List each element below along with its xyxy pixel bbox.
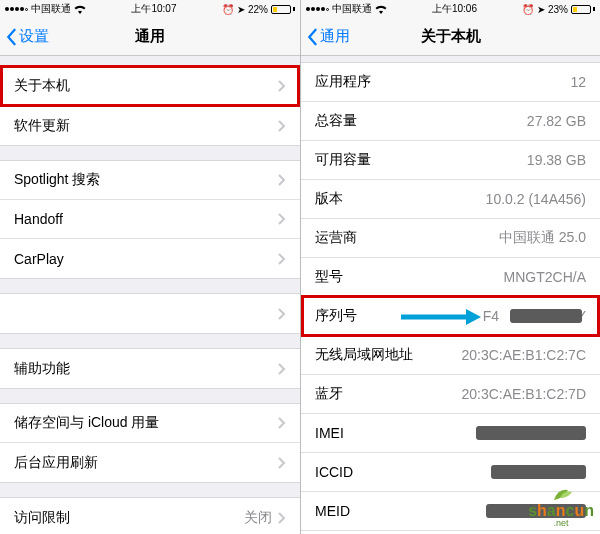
row-carplay[interactable]: CarPlay xyxy=(0,239,300,278)
row-label: 运营商 xyxy=(315,229,499,247)
chevron-right-icon xyxy=(278,512,286,524)
row-value: 27.82 GB xyxy=(527,113,586,129)
watermark-net: .net xyxy=(554,518,569,528)
nav-bar: 设置 通用 xyxy=(0,18,300,56)
row-wifi[interactable]: 无线局域网地址20:3C:AE:B1:C2:7C xyxy=(301,336,600,375)
alarm-icon: ⏰ xyxy=(222,4,234,15)
chevron-right-icon xyxy=(278,120,286,132)
signal-icon xyxy=(306,7,329,11)
row-label: CarPlay xyxy=(14,251,272,267)
watermark: shancun .net const data = JSON.parse(doc… xyxy=(528,484,594,528)
row-label: 版本 xyxy=(315,190,486,208)
settings-list: 关于本机 软件更新 Spotlight 搜索 Handoff CarPlay xyxy=(0,56,300,534)
row-value: 20:3C:AE:B1:C2:7C xyxy=(461,347,586,363)
row-avail[interactable]: 可用容量19.38 GB xyxy=(301,141,600,180)
row-imei[interactable]: IMEI xyxy=(301,414,600,453)
back-button[interactable]: 通用 xyxy=(301,27,350,46)
row-label: 关于本机 xyxy=(14,77,272,95)
battery-pct: 22% xyxy=(248,4,268,15)
chevron-right-icon xyxy=(278,417,286,429)
row-label: Spotlight 搜索 xyxy=(14,171,272,189)
row-label: 辅助功能 xyxy=(14,360,272,378)
chevron-right-icon xyxy=(278,253,286,265)
wifi-icon xyxy=(375,5,387,14)
chevron-left-icon xyxy=(306,28,318,46)
page-title: 关于本机 xyxy=(421,27,481,46)
battery-icon xyxy=(571,5,595,14)
back-label: 设置 xyxy=(19,27,49,46)
row-value: 10.0.2 (14A456) xyxy=(486,191,586,207)
row-value: MNGT2CH/A xyxy=(504,269,586,285)
row-hidden[interactable] xyxy=(0,294,300,333)
row-value: 12 xyxy=(570,74,586,90)
leaf-icon xyxy=(546,484,576,502)
phone-right: 中国联通 上午10:06 ⏰ ➤ 23% 通用 关于本机 应用程序12 总容量2… xyxy=(300,0,600,534)
time-label: 上午10:06 xyxy=(432,2,477,16)
battery-icon xyxy=(271,5,295,14)
row-restrict[interactable]: 访问限制 关闭 xyxy=(0,498,300,534)
row-label: 储存空间与 iCloud 用量 xyxy=(14,414,272,432)
chevron-left-icon xyxy=(5,28,17,46)
chevron-right-icon xyxy=(278,457,286,469)
wifi-icon xyxy=(74,5,86,14)
status-bar: 中国联通 上午10:07 ⏰ ➤ 22% xyxy=(0,0,300,18)
row-about[interactable]: 关于本机 xyxy=(0,67,300,106)
row-label: 序列号 xyxy=(315,307,483,325)
row-spotlight[interactable]: Spotlight 搜索 xyxy=(0,161,300,200)
location-icon: ➤ xyxy=(537,4,545,15)
chevron-right-icon xyxy=(278,174,286,186)
row-value: 关闭 xyxy=(244,509,272,527)
row-label: 访问限制 xyxy=(14,509,244,527)
row-label: 无线局域网地址 xyxy=(315,346,461,364)
location-icon: ➤ xyxy=(237,4,245,15)
nav-bar: 通用 关于本机 xyxy=(301,18,600,56)
chevron-right-icon xyxy=(278,213,286,225)
row-accessibility[interactable]: 辅助功能 xyxy=(0,349,300,388)
chevron-right-icon xyxy=(278,308,286,320)
row-storage[interactable]: 储存空间与 iCloud 用量 xyxy=(0,404,300,443)
about-list: 应用程序12 总容量27.82 GB 可用容量19.38 GB 版本10.0.2… xyxy=(301,56,600,534)
signal-icon xyxy=(5,7,28,11)
status-bar: 中国联通 上午10:06 ⏰ ➤ 23% xyxy=(301,0,600,18)
row-model[interactable]: 型号MNGT2CH/A xyxy=(301,258,600,297)
row-value: 中国联通 25.0 xyxy=(499,229,586,247)
row-handoff[interactable]: Handoff xyxy=(0,200,300,239)
row-value: 19.38 GB xyxy=(527,152,586,168)
row-label: 蓝牙 xyxy=(315,385,461,403)
row-label: 软件更新 xyxy=(14,117,272,135)
page-title: 通用 xyxy=(135,27,165,46)
row-label: Handoff xyxy=(14,211,272,227)
row-label: 应用程序 xyxy=(315,73,570,91)
row-carrier[interactable]: 运营商中国联通 25.0 xyxy=(301,219,600,258)
row-version[interactable]: 版本10.0.2 (14A456) xyxy=(301,180,600,219)
row-refresh[interactable]: 后台应用刷新 xyxy=(0,443,300,482)
phone-left: 中国联通 上午10:07 ⏰ ➤ 22% 设置 通用 关于本机 软件更新 xyxy=(0,0,300,534)
row-serial[interactable]: 序列号 F4 Y xyxy=(301,297,600,336)
chevron-right-icon xyxy=(278,363,286,375)
alarm-icon: ⏰ xyxy=(522,4,534,15)
back-button[interactable]: 设置 xyxy=(0,27,49,46)
row-label: 可用容量 xyxy=(315,151,527,169)
row-bt[interactable]: 蓝牙20:3C:AE:B1:C2:7D xyxy=(301,375,600,414)
row-capacity[interactable]: 总容量27.82 GB xyxy=(301,102,600,141)
back-label: 通用 xyxy=(320,27,350,46)
row-label: 总容量 xyxy=(315,112,527,130)
row-apps[interactable]: 应用程序12 xyxy=(301,63,600,102)
time-label: 上午10:07 xyxy=(131,2,176,16)
chevron-right-icon xyxy=(278,80,286,92)
row-label: 型号 xyxy=(315,268,504,286)
carrier-label: 中国联通 xyxy=(31,2,71,16)
carrier-label: 中国联通 xyxy=(332,2,372,16)
row-value: 20:3C:AE:B1:C2:7D xyxy=(461,386,586,402)
row-label: 后台应用刷新 xyxy=(14,454,272,472)
row-update[interactable]: 软件更新 xyxy=(0,106,300,145)
battery-pct: 23% xyxy=(548,4,568,15)
